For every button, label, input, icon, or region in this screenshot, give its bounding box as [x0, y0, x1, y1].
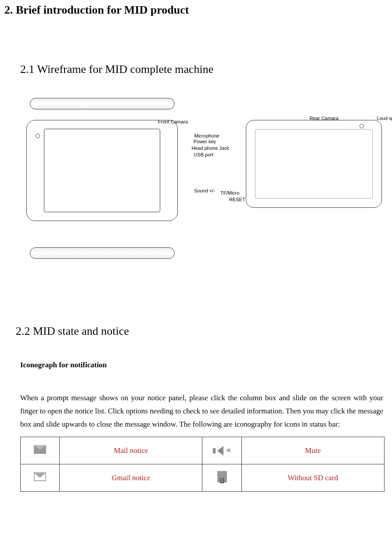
- tablet-screen: [44, 129, 160, 212]
- label-rear-camera: Rear Camara: [309, 116, 338, 121]
- tablet-top-edge: [30, 98, 175, 109]
- icon-table: Mail notice ✕ Mute Gmail notice Without …: [20, 437, 385, 492]
- table-row: Mail notice ✕ Mute: [21, 437, 385, 464]
- label-microphone: Microphone: [194, 133, 219, 138]
- iconograph-heading: Iconograph for notification: [20, 361, 388, 369]
- wireframe-diagram: Front Camara Microphone Power key Head p…: [26, 98, 388, 259]
- label-sound: Sound +/-: [194, 188, 215, 193]
- label-headphone: Head phone Jack: [191, 145, 229, 151]
- label-power-key: Power key: [194, 139, 216, 144]
- label-usb: USB port: [194, 152, 213, 157]
- sd-desc-cell: Without SD card: [241, 464, 384, 492]
- gmail-icon: [34, 472, 46, 481]
- tablet-front-face: [26, 120, 178, 221]
- sd-card-icon: [217, 471, 227, 482]
- subsection-heading-state: 2.2 MID state and notice: [16, 325, 388, 338]
- sd-icon-cell: [202, 464, 241, 492]
- wireframe-back-view: Rear Camara Loud speaker TF/Micro RESET: [246, 98, 382, 259]
- subsection-heading-wireframe: 2.1 Wireframe for MID complete machine: [20, 63, 388, 76]
- gmail-icon-cell: [21, 464, 60, 492]
- front-camera-dot: [36, 134, 40, 138]
- tablet-back-face: [246, 120, 382, 208]
- label-loud-speaker: Loud speaker: [377, 116, 392, 121]
- mute-desc-cell: Mute: [241, 437, 384, 464]
- mute-icon: ✕: [213, 446, 231, 456]
- section-heading: 2. Brief introduction for MID product: [4, 0, 388, 17]
- label-reset: RESET: [229, 197, 245, 202]
- mute-icon-cell: ✕: [202, 437, 241, 464]
- table-row: Gmail notice Without SD card: [21, 464, 385, 492]
- gmail-desc-cell: Gmail notice: [60, 464, 202, 492]
- label-front-camera: Front Camara: [158, 119, 188, 124]
- mail-icon-cell: [21, 437, 60, 464]
- label-tf-micro: TF/Micro: [220, 190, 239, 196]
- rear-camera-dot: [360, 124, 364, 128]
- wireframe-front-view: Front Camara Microphone Power key Head p…: [26, 98, 193, 259]
- iconograph-paragraph: When a prompt message shows on your noti…: [20, 391, 383, 431]
- mail-desc-cell: Mail notice: [60, 437, 202, 464]
- tablet-bottom-edge: [30, 247, 175, 259]
- mail-icon: [34, 445, 46, 454]
